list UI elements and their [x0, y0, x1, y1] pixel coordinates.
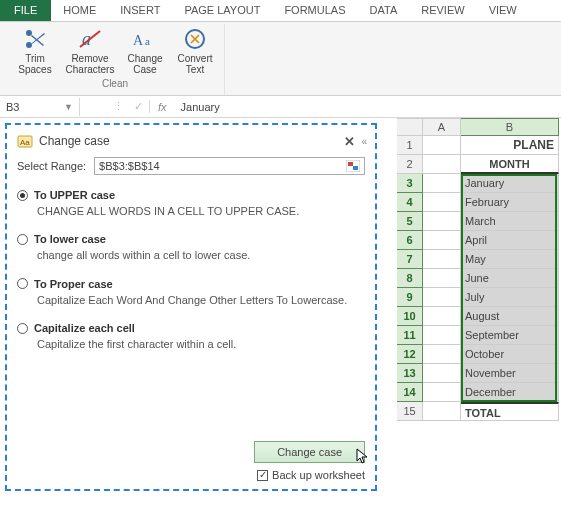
cell[interactable]	[423, 288, 461, 307]
row-header[interactable]: 13	[397, 364, 423, 383]
cell[interactable]	[423, 155, 461, 174]
row-header[interactable]: 1	[397, 136, 423, 155]
option-upper[interactable]: To UPPER case	[17, 189, 365, 201]
cell[interactable]: August	[461, 307, 559, 326]
svg-text:Aa: Aa	[20, 138, 30, 147]
cell[interactable]: January	[461, 174, 559, 193]
cell[interactable]: March	[461, 212, 559, 231]
svg-text:a: a	[145, 35, 150, 47]
select-range-label: Select Range:	[17, 160, 86, 172]
pane-title: Change case	[39, 134, 110, 148]
letter-a-strike-icon: a	[77, 26, 103, 52]
cell[interactable]: February	[461, 193, 559, 212]
tab-data[interactable]: DATA	[358, 0, 410, 21]
convert-text-button[interactable]: Convert Text	[170, 24, 220, 77]
collapse-icon[interactable]: «	[361, 136, 365, 147]
ribbon-tabs: FILE HOME INSERT PAGE LAYOUT FORMULAS DA…	[0, 0, 561, 22]
range-input[interactable]: $B$3:$B$14	[94, 157, 365, 175]
cell[interactable]	[423, 193, 461, 212]
change-case-icon: Aa	[132, 26, 158, 52]
cell[interactable]	[423, 364, 461, 383]
option-capitalize[interactable]: Capitalize each cell	[17, 322, 365, 334]
row-header[interactable]: 12	[397, 345, 423, 364]
cell[interactable]	[423, 269, 461, 288]
close-icon[interactable]: ✕	[344, 134, 355, 149]
radio-icon[interactable]	[17, 323, 28, 334]
tab-file[interactable]: FILE	[0, 0, 51, 21]
row-header[interactable]: 5	[397, 212, 423, 231]
row-header[interactable]: 10	[397, 307, 423, 326]
row-header[interactable]: 9	[397, 288, 423, 307]
cell[interactable]	[423, 402, 461, 421]
cell[interactable]: July	[461, 288, 559, 307]
trim-spaces-button[interactable]: Trim Spaces	[10, 24, 60, 77]
option-upper-desc: CHANGE ALL WORDS IN A CELL TO UPPER CASE…	[37, 204, 365, 219]
cell[interactable]	[423, 250, 461, 269]
ribbon-body: Trim Spaces a Remove Characters Aa Chang…	[0, 22, 561, 96]
fx-label[interactable]: fx	[150, 101, 175, 113]
row-header[interactable]: 2	[397, 155, 423, 174]
svg-rect-9	[353, 166, 358, 170]
tab-home[interactable]: HOME	[51, 0, 108, 21]
cell[interactable]: May	[461, 250, 559, 269]
tab-view[interactable]: VIEW	[477, 0, 529, 21]
cell[interactable]: June	[461, 269, 559, 288]
dropdown-icon[interactable]: ▼	[64, 102, 73, 112]
fx-controls: ⋮ ✓	[80, 100, 150, 113]
option-proper-desc: Capitalize Each Word And Change Other Le…	[37, 293, 365, 308]
remove-characters-button[interactable]: a Remove Characters	[60, 24, 120, 77]
cell[interactable]	[423, 326, 461, 345]
row-header[interactable]: 14	[397, 383, 423, 402]
cell[interactable]	[423, 345, 461, 364]
cell[interactable]: December	[461, 383, 559, 402]
cell[interactable]	[423, 307, 461, 326]
cell[interactable]: October	[461, 345, 559, 364]
option-proper[interactable]: To Proper case	[17, 278, 365, 290]
change-case-button[interactable]: Aa Change Case	[120, 24, 170, 77]
mouse-cursor-icon	[356, 448, 370, 466]
cell[interactable]: PLANE	[461, 136, 559, 155]
cell[interactable]: April	[461, 231, 559, 250]
tab-insert[interactable]: INSERT	[108, 0, 172, 21]
spreadsheet-grid[interactable]: A B 1 PLANE 2 MONTH 3January4February5Ma…	[397, 118, 559, 421]
cell[interactable]: TOTAL	[461, 402, 559, 421]
radio-icon[interactable]	[17, 234, 28, 245]
radio-icon[interactable]	[17, 278, 28, 289]
cell[interactable]: November	[461, 364, 559, 383]
formula-input[interactable]: January	[175, 98, 561, 116]
tab-review[interactable]: REVIEW	[409, 0, 476, 21]
cell[interactable]: September	[461, 326, 559, 345]
row-header[interactable]: 4	[397, 193, 423, 212]
check-icon[interactable]: ✓	[134, 100, 143, 113]
radio-icon[interactable]	[17, 190, 28, 201]
ribbon-group-label: Clean	[102, 78, 128, 89]
option-lower[interactable]: To lower case	[17, 233, 365, 245]
cell[interactable]	[423, 231, 461, 250]
checkbox-icon[interactable]: ✓	[257, 470, 268, 481]
scissors-icon	[22, 26, 48, 52]
row-header[interactable]: 11	[397, 326, 423, 345]
change-case-apply-button[interactable]: Change case	[254, 441, 365, 463]
tab-formulas[interactable]: FORMULAS	[272, 0, 357, 21]
backup-checkbox[interactable]: ✓ Back up worksheet	[257, 469, 365, 481]
row-header[interactable]: 15	[397, 402, 423, 421]
col-header-b[interactable]: B	[461, 118, 559, 136]
cell[interactable]	[423, 383, 461, 402]
row-header[interactable]: 3	[397, 174, 423, 193]
convert-icon	[182, 26, 208, 52]
svg-rect-8	[348, 162, 353, 166]
refedit-icon[interactable]	[346, 160, 360, 172]
tab-page-layout[interactable]: PAGE LAYOUT	[172, 0, 272, 21]
ribbon-group-clean: Trim Spaces a Remove Characters Aa Chang…	[6, 24, 225, 95]
cell[interactable]	[423, 136, 461, 155]
col-header-a[interactable]: A	[423, 118, 461, 136]
cell[interactable]: MONTH	[461, 155, 559, 174]
cell[interactable]	[423, 174, 461, 193]
row-header[interactable]: 8	[397, 269, 423, 288]
row-header[interactable]: 6	[397, 231, 423, 250]
row-header[interactable]: 7	[397, 250, 423, 269]
cell[interactable]	[423, 212, 461, 231]
name-box[interactable]: B3 ▼	[0, 98, 80, 116]
select-all-corner[interactable]	[397, 118, 423, 136]
ellipsis-icon[interactable]: ⋮	[113, 100, 124, 113]
